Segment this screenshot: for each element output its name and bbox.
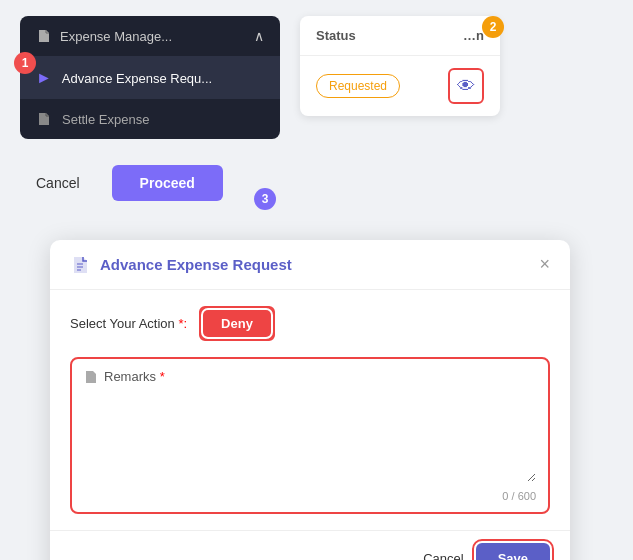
view-icon-button[interactable]: 👁 <box>448 68 484 104</box>
sidebar-menu-header[interactable]: Expense Manage... ∧ <box>20 16 280 57</box>
arrow-right-icon: ► <box>36 69 52 87</box>
sidebar-item-advance-expense[interactable]: ► Advance Expense Requ... <box>20 57 280 99</box>
status-card: Status …n Requested 👁 <box>300 16 500 116</box>
footer-cancel-button[interactable]: Cancel <box>423 551 463 560</box>
remarks-doc-icon <box>84 370 98 384</box>
top-section: Expense Manage... ∧ ► Advance Expense Re… <box>0 0 633 155</box>
dialog-footer: Cancel Save <box>50 530 570 560</box>
advance-expense-dialog: Advance Expense Request × Select Your Ac… <box>50 240 570 560</box>
dialog-header: Advance Expense Request × <box>50 240 570 290</box>
char-count: 0 / 600 <box>84 490 536 502</box>
sidebar-header-label: Expense Manage... <box>60 29 172 44</box>
badge-3: 3 <box>254 188 276 210</box>
requested-badge: Requested <box>316 74 400 98</box>
sidebar-menu: Expense Manage... ∧ ► Advance Expense Re… <box>20 16 280 139</box>
document-icon <box>36 28 52 44</box>
badge-1: 1 <box>14 52 36 74</box>
chevron-up-icon: ∧ <box>254 28 264 44</box>
select-action-label: Select Your Action *: <box>70 316 187 331</box>
document-icon-2 <box>36 111 52 127</box>
remarks-label: Remarks * <box>104 369 165 384</box>
sidebar-item-settle-label: Settle Expense <box>62 112 149 127</box>
deny-button[interactable]: Deny <box>203 310 271 337</box>
cancel-button[interactable]: Cancel <box>20 167 96 199</box>
deny-button-wrapper: Deny <box>199 306 275 341</box>
footer-save-button[interactable]: Save <box>476 543 550 560</box>
remarks-section: Remarks * 0 / 600 <box>70 357 550 514</box>
eye-icon: 👁 <box>457 76 475 97</box>
dialog-doc-icon <box>70 255 90 275</box>
status-card-header: Status …n <box>300 16 500 56</box>
remarks-textarea[interactable] <box>84 392 536 482</box>
required-star: *: <box>175 316 187 331</box>
action-col-label: …n <box>463 28 484 43</box>
dialog-close-button[interactable]: × <box>539 254 550 275</box>
sidebar-item-advance-label: Advance Expense Requ... <box>62 71 212 86</box>
sidebar-item-settle-expense[interactable]: Settle Expense <box>20 99 280 139</box>
proceed-button[interactable]: Proceed <box>112 165 223 201</box>
dialog-body: Select Your Action *: Deny Remarks * 0 /… <box>50 290 570 530</box>
badge-2: 2 <box>482 16 504 38</box>
select-action-row: Select Your Action *: Deny <box>70 306 550 341</box>
dialog-title: Advance Expense Request <box>100 256 292 273</box>
status-card-body: Requested 👁 <box>300 56 500 116</box>
action-bar: Cancel Proceed <box>0 155 633 211</box>
status-col-label: Status <box>316 28 356 43</box>
